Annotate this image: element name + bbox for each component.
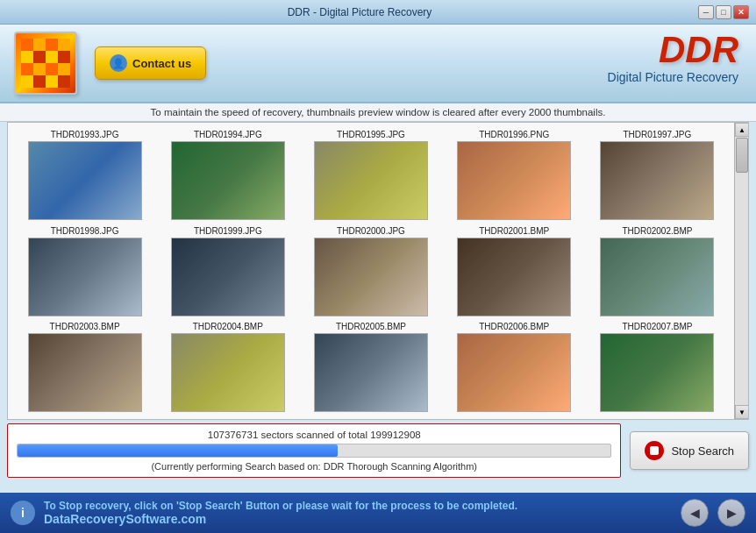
contact-label: Contact us: [132, 57, 191, 70]
list-item[interactable]: THDR02001.BMP: [445, 226, 584, 319]
scrollbar-thumb[interactable]: [736, 138, 748, 173]
info-bar-text: To maintain the speed of recovery, thumb…: [151, 107, 606, 117]
thumbnail-image: [28, 238, 142, 316]
list-item[interactable]: THDR02004.BMP: [158, 322, 297, 412]
bottom-bar: i To Stop recovery, click on 'Stop Searc…: [0, 493, 756, 533]
list-item[interactable]: THDR02002.BMP: [588, 226, 727, 319]
contact-button[interactable]: 👤 Contact us: [95, 46, 206, 80]
info-icon: i: [11, 501, 35, 525]
title-bar: DDR - Digital Picture Recovery ─ □ ✕: [0, 0, 756, 25]
brand-ddr-text: DDR: [608, 32, 738, 68]
bottom-brand-text: DataRecoverySoftware.com: [44, 512, 206, 526]
app-logo: [14, 32, 77, 95]
thumbnail-image: [600, 333, 714, 412]
list-item[interactable]: THDR01998.JPG: [15, 226, 154, 319]
thumbnail-image: [28, 141, 142, 220]
maximize-button[interactable]: □: [716, 5, 731, 19]
thumbnail-image: [314, 141, 428, 220]
thumbnail-image: [171, 333, 285, 412]
progress-bar-container: [17, 444, 611, 458]
vertical-scrollbar[interactable]: ▲ ▼: [734, 123, 748, 419]
list-item[interactable]: THDR01993.JPG: [15, 130, 154, 223]
scroll-up-button[interactable]: ▲: [735, 123, 749, 137]
progress-area: 107376731 sectors scanned of total 19991…: [7, 423, 749, 478]
scroll-down-button[interactable]: ▼: [735, 405, 749, 419]
list-item[interactable]: THDR01995.JPG: [301, 130, 440, 223]
list-item[interactable]: THDR01999.JPG: [158, 226, 297, 319]
stop-inner: [650, 446, 659, 455]
thumbnail-image: [600, 238, 714, 316]
thumbnail-area: THDR01993.JPG THDR01994.JPG THDR01995.JP…: [7, 122, 749, 420]
list-item[interactable]: THDR02005.BMP: [301, 322, 440, 412]
thumbnail-grid: THDR01993.JPG THDR01994.JPG THDR01995.JP…: [8, 123, 734, 419]
thumb-label-top: THDR01999.JPG: [194, 226, 262, 236]
list-item[interactable]: THDR02003.BMP: [15, 322, 154, 412]
header-brand: DDR Digital Picture Recovery: [608, 32, 738, 84]
nav-forward-button[interactable]: ▶: [717, 499, 745, 527]
thumb-label-top: THDR02003.BMP: [50, 322, 120, 331]
thumbnail-image: [314, 238, 428, 316]
list-item[interactable]: THDR02000.JPG: [301, 226, 440, 319]
thumbnail-image: [457, 333, 571, 412]
progress-bar-fill: [18, 444, 338, 457]
thumb-label-top: THDR01998.JPG: [51, 226, 119, 236]
bottom-info-text: To Stop recovery, click on 'Stop Search'…: [44, 500, 672, 526]
thumbnail-image: [457, 141, 571, 220]
stop-icon: [645, 441, 664, 460]
thumb-label-top: THDR02002.BMP: [622, 226, 692, 236]
progress-box: 107376731 sectors scanned of total 19991…: [7, 423, 621, 478]
title-bar-controls: ─ □ ✕: [698, 5, 749, 19]
thumb-label-top: THDR02000.JPG: [337, 226, 405, 236]
minimize-button[interactable]: ─: [698, 5, 714, 19]
list-item[interactable]: THDR02007.BMP: [588, 322, 727, 412]
nav-back-button[interactable]: ◀: [681, 499, 709, 527]
thumb-label-top: THDR01997.JPG: [623, 130, 691, 139]
close-button[interactable]: ✕: [733, 5, 749, 19]
thumbnail-image: [314, 333, 428, 412]
thumbnail-image: [171, 141, 285, 220]
list-item[interactable]: THDR01994.JPG: [158, 130, 297, 223]
contact-icon: 👤: [110, 54, 127, 72]
list-item[interactable]: THDR01996.PNG: [445, 130, 584, 223]
thumbnail-image: [600, 141, 714, 220]
thumb-label-top: THDR01995.JPG: [337, 130, 405, 139]
stop-search-label: Stop Search: [671, 444, 734, 458]
thumb-label-top: THDR01996.PNG: [479, 130, 549, 139]
brand-subtitle-text: Digital Picture Recovery: [608, 70, 738, 84]
header: 👤 Contact us DDR Digital Picture Recover…: [0, 25, 756, 103]
logo-checker: [21, 39, 70, 88]
thumb-label-top: THDR02001.BMP: [479, 226, 549, 236]
thumb-label-top: THDR02006.BMP: [479, 322, 549, 331]
list-item[interactable]: THDR01997.JPG: [588, 130, 727, 223]
bottom-info-content: To Stop recovery, click on 'Stop Search'…: [44, 500, 517, 512]
list-item[interactable]: THDR02006.BMP: [445, 322, 584, 412]
thumb-label-top: THDR02007.BMP: [622, 322, 692, 331]
algo-text: (Currently performing Search based on: D…: [17, 461, 611, 472]
info-bar: To maintain the speed of recovery, thumb…: [0, 103, 756, 122]
title-bar-text: DDR - Digital Picture Recovery: [21, 6, 698, 18]
thumbnail-image: [457, 238, 571, 316]
thumb-label-top: THDR01993.JPG: [51, 130, 119, 139]
thumb-label-top: THDR01994.JPG: [194, 130, 262, 139]
thumb-label-top: THDR02004.BMP: [193, 322, 263, 331]
thumb-label-top: THDR02005.BMP: [336, 322, 406, 331]
thumbnail-image: [171, 238, 285, 316]
sectors-text: 107376731 sectors scanned of total 19991…: [17, 430, 611, 440]
stop-search-button[interactable]: Stop Search: [630, 431, 749, 470]
thumbnail-image: [28, 333, 142, 412]
